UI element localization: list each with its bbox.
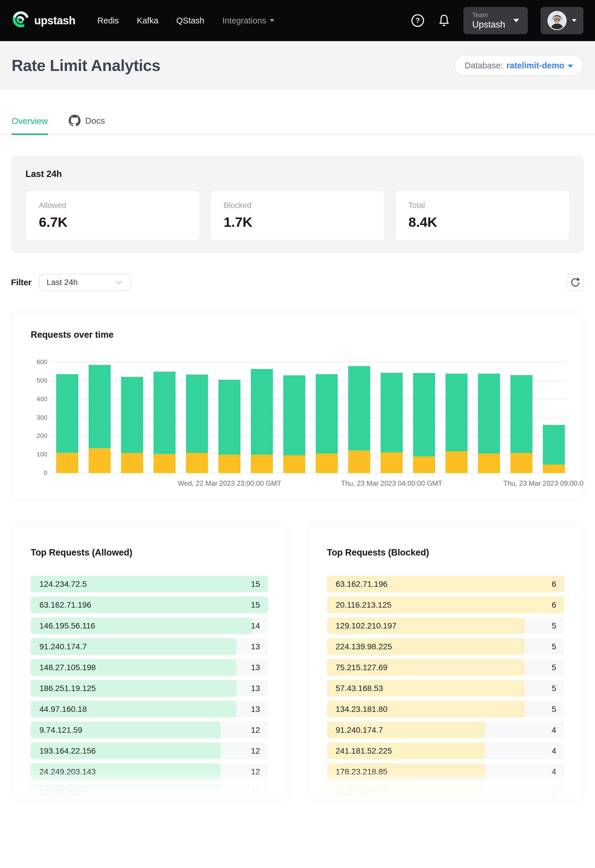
database-name: ratelimit-demo [506, 61, 564, 70]
chevron-down-icon [270, 19, 274, 22]
team-label: Team [472, 11, 505, 19]
ip-address: 100.47.204.6 [39, 788, 87, 797]
request-count: 6 [552, 580, 556, 589]
ip-address: 193.164.22.156 [39, 746, 96, 756]
account-menu[interactable] [540, 7, 583, 34]
allowed-segment [478, 373, 500, 453]
stacked-bar [154, 372, 176, 473]
request-count: 13 [251, 684, 260, 693]
blocked-segment [56, 453, 78, 473]
stacked-bar [56, 374, 78, 473]
y-tick-label: 600 [37, 358, 47, 366]
stacked-bar [511, 375, 532, 473]
question-circle-icon: ? [411, 13, 425, 28]
request-count: 6 [552, 600, 556, 610]
ip-address: 9.74.121.59 [39, 725, 82, 735]
blocked-segment [348, 450, 370, 473]
stacked-bar [251, 369, 273, 473]
upstash-logo[interactable]: upstash [12, 9, 75, 32]
blocked-segment [413, 456, 435, 473]
ip-address: 241.181.52.225 [336, 746, 392, 756]
allowed-segment [251, 369, 273, 455]
top-nav: upstash Redis Kafka QStash Integrations … [0, 0, 595, 41]
ip-address: 148.27.105.198 [39, 663, 96, 672]
blocked-segment [186, 453, 208, 473]
chart-x-axis: Wed, 22 Mar 2023 23:00:00 GMTThu, 23 Mar… [51, 478, 566, 491]
team-name: Upstash [472, 19, 505, 30]
tab-bar: Overview Docs [0, 115, 595, 135]
top-requests-row: Top Requests (Allowed) 124.234.72.51563.… [11, 524, 584, 800]
ip-address: 63.162.71.196 [39, 600, 91, 610]
chevron-down-icon [513, 19, 519, 22]
list-item: 24.249.203.14312 [31, 763, 268, 780]
ip-address: 134.23.181.80 [336, 705, 388, 714]
blocked-segment [121, 453, 143, 473]
ip-address: 75.215.127.69 [336, 663, 388, 672]
x-tick-label: Wed, 22 Mar 2023 23:00:00 GMT [177, 479, 281, 487]
ip-address: 19.47.152.207 [336, 788, 388, 797]
list-item: 146.195.56.11614 [31, 617, 268, 634]
page-title: Rate Limit Analytics [12, 56, 161, 75]
blocked-segment [219, 455, 241, 473]
request-count: 14 [251, 621, 260, 630]
list-item: 20.116.213.1256 [327, 596, 565, 613]
request-count: 15 [251, 600, 260, 610]
chart-plot [51, 362, 566, 473]
page-header: Rate Limit Analytics Database: ratelimit… [0, 41, 595, 90]
github-icon [69, 115, 81, 127]
chart-bars [51, 362, 566, 473]
request-count: 12 [251, 725, 260, 735]
refresh-button[interactable] [567, 274, 584, 291]
stat-value: 1.7K [224, 214, 371, 230]
team-switcher[interactable]: Team Upstash [464, 7, 528, 34]
ip-address: 186.251.19.125 [39, 684, 96, 693]
blocked-segment [283, 455, 305, 473]
blocked-segment [316, 453, 338, 473]
stat-label: Allowed [39, 201, 186, 210]
stacked-bar [186, 375, 208, 473]
stat-value: 6.7K [39, 214, 186, 230]
request-count: 5 [552, 642, 556, 651]
allowed-segment [154, 372, 176, 454]
list-item: 178.23.218.854 [327, 763, 565, 780]
stacked-bar [478, 373, 500, 473]
blocked-segment [446, 451, 468, 473]
chart-body: 0100200300400500600 [31, 362, 566, 473]
stat-card-total: Total 8.4K [395, 190, 570, 241]
list-item: 91.240.174.713 [31, 638, 268, 655]
allowed-segment [89, 365, 111, 448]
chart-y-axis: 0100200300400500600 [31, 362, 47, 473]
stacked-bar [283, 375, 305, 473]
request-count: 4 [552, 788, 556, 797]
tab-overview-label: Overview [12, 116, 48, 126]
blocked-segment [543, 465, 565, 473]
request-count: 12 [251, 746, 260, 756]
ip-address: 129.102.210.197 [336, 621, 397, 630]
allowed-segment [511, 375, 532, 453]
nav-link-integrations[interactable]: Integrations [222, 16, 274, 25]
request-count: 5 [552, 684, 556, 693]
list-item: 124.234.72.515 [31, 576, 268, 592]
filter-select[interactable]: Last 24h [39, 274, 131, 291]
tab-docs-label: Docs [85, 116, 105, 126]
database-selector[interactable]: Database: ratelimit-demo [454, 55, 583, 76]
request-count: 15 [251, 580, 260, 589]
nav-link-redis[interactable]: Redis [97, 16, 119, 25]
team-text: Team Upstash [472, 11, 505, 30]
stacked-bar [413, 373, 435, 473]
tab-docs[interactable]: Docs [69, 115, 105, 134]
list-item: 57.43.168.535 [327, 680, 565, 697]
notifications-button[interactable] [437, 13, 451, 28]
list-item: 63.162.71.19615 [31, 596, 268, 613]
stat-label: Total [409, 201, 556, 210]
request-count: 12 [251, 767, 260, 776]
list-item: 19.47.152.2074 [327, 784, 565, 800]
svg-text:?: ? [416, 16, 420, 24]
allowed-segment [56, 374, 78, 453]
nav-link-qstash[interactable]: QStash [176, 16, 205, 25]
tab-overview[interactable]: Overview [12, 116, 48, 135]
avatar [548, 11, 567, 30]
help-button[interactable]: ? [411, 13, 425, 28]
nav-link-kafka[interactable]: Kafka [137, 16, 158, 25]
allowed-segment [219, 380, 241, 455]
